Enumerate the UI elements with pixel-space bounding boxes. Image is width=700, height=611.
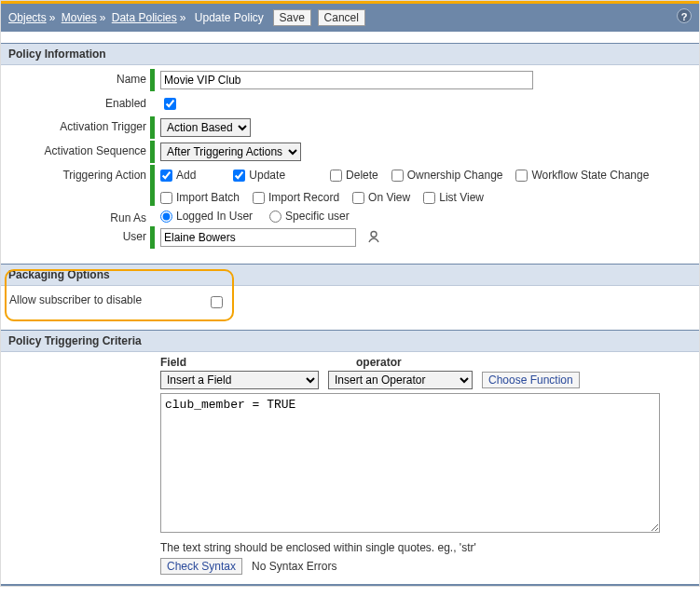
criteria-operator-select[interactable]: Insert an Operator — [328, 371, 473, 389]
action-workflow-state-change-checkbox[interactable] — [515, 170, 528, 182]
action-delete-checkbox[interactable] — [330, 170, 342, 182]
criteria-hint: The text string should be enclosed withi… — [160, 541, 692, 554]
name-input[interactable] — [160, 71, 533, 89]
action-on-view-checkbox[interactable] — [352, 192, 364, 204]
name-label: Name — [1, 69, 150, 86]
action-update-label: Update — [249, 169, 285, 182]
section-packaging-options: Packaging Options — [1, 264, 699, 286]
user-input[interactable] — [160, 228, 356, 247]
breadcrumb-movies[interactable]: Movies — [62, 11, 97, 24]
action-add-checkbox[interactable] — [160, 170, 172, 182]
allow-subscriber-label: Allow subscriber to disable — [9, 293, 142, 306]
action-delete-label: Delete — [346, 169, 378, 182]
criteria-expression-textarea[interactable] — [160, 393, 660, 533]
action-ownership-change-label: Ownership Change — [407, 169, 503, 182]
breadcrumb-current: Update Policy — [195, 11, 264, 24]
syntax-result: No Syntax Errors — [252, 560, 336, 573]
triggering-action-label: Triggering Action — [1, 165, 150, 182]
run-as-logged-in-label: Logged In User — [176, 210, 253, 223]
criteria-field-label: Field — [160, 356, 356, 369]
action-workflow-state-change-label: Workflow State Change — [531, 169, 649, 182]
svg-point-0 — [371, 231, 377, 237]
breadcrumb: Objects» Movies» Data Policies» Update P… — [8, 11, 267, 24]
action-import-record-checkbox[interactable] — [253, 192, 265, 204]
run-as-specific-label: Specific user — [285, 210, 350, 223]
help-icon[interactable]: ? — [677, 8, 692, 23]
cancel-button[interactable]: Cancel — [318, 9, 365, 26]
action-update-checkbox[interactable] — [233, 170, 245, 182]
breadcrumb-objects[interactable]: Objects — [8, 11, 47, 24]
save-button[interactable]: Save — [273, 9, 311, 26]
run-as-logged-in-radio[interactable] — [160, 210, 172, 223]
criteria-operator-label: operator — [356, 356, 515, 369]
enabled-checkbox[interactable] — [164, 98, 176, 110]
page-header: Objects» Movies» Data Policies» Update P… — [1, 4, 699, 32]
action-import-record-label: Import Record — [268, 191, 339, 204]
activation-trigger-label: Activation Trigger — [1, 116, 150, 133]
enabled-label: Enabled — [1, 93, 150, 110]
action-list-view-label: List View — [439, 191, 484, 204]
choose-function-button[interactable]: Choose Function — [482, 372, 580, 388]
activation-sequence-label: Activation Sequence — [1, 141, 150, 157]
action-import-batch-checkbox[interactable] — [160, 192, 172, 204]
action-list-view-checkbox[interactable] — [423, 192, 435, 204]
section-policy-triggering-criteria: Policy Triggering Criteria — [1, 330, 699, 352]
run-as-specific-radio[interactable] — [269, 210, 281, 223]
action-on-view-label: On View — [368, 191, 410, 204]
criteria-field-select[interactable]: Insert a Field — [160, 371, 319, 389]
action-add-label: Add — [176, 169, 196, 182]
activation-sequence-select[interactable]: After Triggering Actions — [160, 143, 301, 161]
run-as-label: Run As — [1, 208, 150, 224]
section-policy-information: Policy Information — [1, 43, 699, 65]
action-import-batch-label: Import Batch — [176, 191, 240, 204]
user-label: User — [1, 226, 150, 243]
allow-subscriber-checkbox[interactable] — [211, 296, 223, 308]
activation-trigger-select[interactable]: Action Based — [160, 118, 251, 137]
user-lookup-icon[interactable] — [366, 229, 381, 247]
check-syntax-button[interactable]: Check Syntax — [160, 558, 242, 575]
action-ownership-change-checkbox[interactable] — [391, 170, 404, 182]
breadcrumb-data-policies[interactable]: Data Policies — [112, 11, 177, 24]
